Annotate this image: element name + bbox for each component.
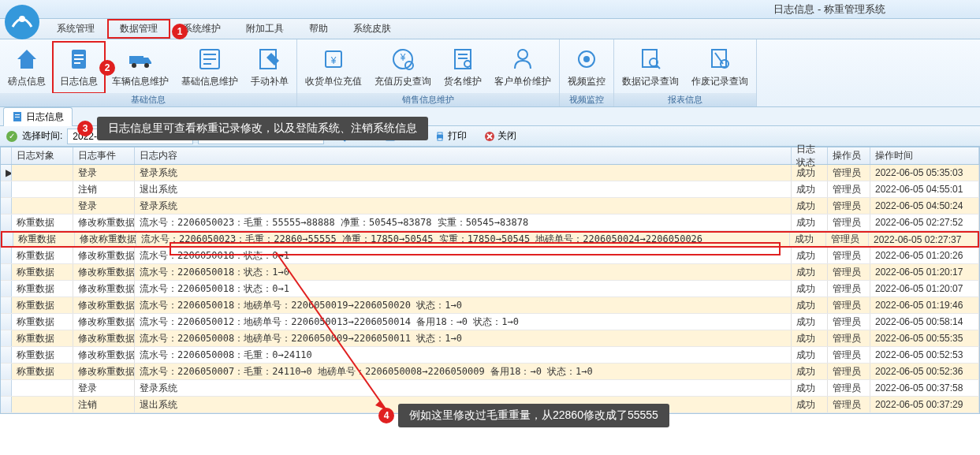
svg-point-25	[583, 56, 590, 62]
menu-addon-tools[interactable]: 附加工具	[233, 19, 296, 39]
cell-event: 修改称重数据	[73, 214, 135, 230]
cell-event: 修改称重数据	[75, 233, 136, 246]
table-row[interactable]: 称重数据修改称重数据流水号：2206050023：毛重：55555→88888 …	[1, 214, 979, 231]
table-row[interactable]: 登录登录系统成功管理员2022-06-05 00:37:58	[1, 380, 979, 397]
cell-time: 2022-06-05 00:37:58	[870, 380, 979, 396]
th-operator[interactable]: 操作员	[828, 147, 870, 164]
cell-event: 登录	[73, 380, 135, 396]
cell-status: 成功	[792, 214, 828, 230]
ribbon-toolbar: 磅点信息 日志信息 车辆信息维护 基础信息维护 手动补单 基础信息 ¥ 收货单位…	[0, 39, 980, 107]
group-label-basic: 基础信息	[0, 93, 296, 106]
btn-close[interactable]: 关闭	[478, 128, 523, 144]
table-row[interactable]: 称重数据修改称重数据流水号：2206050008：地磅单号：2206050009…	[1, 330, 979, 347]
menu-help[interactable]: 帮助	[296, 19, 341, 39]
menu-system-mgmt[interactable]: 系统管理	[44, 19, 107, 39]
svg-rect-12	[203, 63, 211, 65]
print-icon	[434, 131, 445, 142]
tool-goods-maint[interactable]: 货名维护	[438, 41, 488, 94]
th-time[interactable]: 操作时间	[870, 147, 979, 164]
row-marker	[1, 330, 12, 346]
svg-line-28	[657, 65, 660, 69]
cell-status: 成功	[792, 198, 828, 214]
cell-operator: 管理员	[828, 330, 870, 346]
tool-customer-price[interactable]: 客户单价维护	[488, 41, 557, 94]
table-row[interactable]: 称重数据修改称重数据流水号：2206050008：毛重：0→24110成功管理员…	[1, 347, 979, 364]
cell-status: 成功	[792, 314, 828, 330]
cell-time: 2022-06-05 01:20:17	[870, 264, 979, 280]
svg-point-8	[144, 63, 149, 68]
svg-rect-33	[15, 114, 20, 115]
cell-object	[12, 165, 73, 181]
btn-print[interactable]: 打印	[428, 128, 473, 144]
money-icon: ¥	[321, 47, 346, 72]
cell-time: 2022-06-05 05:35:03	[870, 165, 979, 181]
tool-vehicle-maint[interactable]: 车辆信息维护	[106, 41, 175, 94]
doc-icon	[12, 111, 23, 122]
cell-operator: 管理员	[826, 233, 869, 246]
tool-recharge-history[interactable]: ¥ 充值历史查询	[368, 41, 438, 94]
tool-video-monitor[interactable]: 视频监控	[561, 41, 612, 94]
menu-data-mgmt[interactable]: 数据管理	[107, 19, 170, 39]
cell-operator: 管理员	[828, 364, 870, 379]
row-marker	[1, 397, 12, 412]
cell-object	[12, 380, 73, 396]
th-object[interactable]: 日志对象	[12, 147, 73, 164]
table-row[interactable]: 称重数据修改称重数据流水号：2206050018：状态：1→0成功管理员2022…	[1, 264, 979, 281]
tab-label: 日志信息	[26, 110, 64, 124]
callout-4: 4	[378, 408, 394, 423]
cell-content: 流水号：2206050023：毛重：55555→88888 净重：50545→8…	[135, 214, 792, 230]
cell-operator: 管理员	[828, 314, 870, 330]
tool-basic-maint[interactable]: 基础信息维护	[175, 41, 244, 94]
home-icon	[14, 47, 39, 72]
cell-time: 2022-06-05 00:37:29	[870, 397, 979, 412]
tool-manual-order[interactable]: 手动补单	[244, 41, 295, 94]
menubar: 系统管理 数据管理 系统维护 附加工具 帮助 系统皮肤	[0, 19, 980, 39]
cell-operator: 管理员	[828, 248, 870, 263]
table-row[interactable]: 称重数据修改称重数据流水号：2206050012：地磅单号：2206050013…	[1, 314, 979, 330]
tool-pound-info[interactable]: 磅点信息	[2, 41, 52, 94]
cell-event: 修改称重数据	[73, 248, 135, 263]
cell-object: 称重数据	[12, 281, 73, 296]
tool-data-query[interactable]: 数据记录查询	[616, 41, 685, 94]
tab-log-info[interactable]: 日志信息	[3, 107, 73, 126]
table-row[interactable]: 称重数据修改称重数据流水号：2206050018：地磅单号：2206050019…	[1, 297, 979, 314]
cell-event: 登录	[73, 165, 135, 181]
table-row[interactable]: ▶登录登录系统成功管理员2022-06-05 05:35:03	[1, 165, 979, 181]
window-title: 日志信息 - 称重管理系统	[773, 2, 885, 17]
svg-rect-5	[74, 62, 80, 64]
table-row[interactable]: 称重数据修改称重数据流水号：2206050018：状态：0→1成功管理员2022…	[1, 281, 979, 297]
svg-point-23	[518, 50, 527, 59]
table-row[interactable]: 称重数据修改称重数据流水号：2206050007：毛重：24110→0 地磅单号…	[1, 364, 979, 380]
group-label-video: 视频监控	[560, 93, 613, 106]
th-status[interactable]: 日志状态	[792, 147, 828, 164]
cell-event: 修改称重数据	[73, 264, 135, 280]
tool-log-info[interactable]: 日志信息	[52, 41, 106, 94]
cell-status: 成功	[792, 281, 828, 296]
cell-operator: 管理员	[828, 297, 870, 313]
svg-rect-3	[74, 54, 84, 56]
svg-point-1	[19, 16, 25, 22]
cell-time: 2022-06-05 00:52:36	[870, 364, 979, 379]
menu-skin[interactable]: 系统皮肤	[341, 19, 404, 39]
cell-object: 称重数据	[12, 347, 73, 363]
log-table: 日志对象 日志事件 日志内容 日志状态 操作员 操作时间 ▶登录登录系统成功管理…	[0, 147, 980, 414]
cell-operator: 管理员	[828, 380, 870, 396]
tool-recharge[interactable]: ¥ 收货单位充值	[299, 41, 368, 94]
cell-time: 2022-06-05 01:20:07	[870, 281, 979, 296]
th-content[interactable]: 日志内容	[135, 147, 792, 164]
cell-time: 2022-06-05 01:19:46	[870, 297, 979, 313]
cell-object	[12, 198, 73, 214]
table-row[interactable]: 登录登录系统成功管理员2022-06-05 04:50:24	[1, 198, 979, 214]
row-marker	[1, 281, 12, 296]
table-row[interactable]: 称重数据修改称重数据流水号：2206050023：毛重：22860→55555 …	[1, 231, 979, 248]
th-event[interactable]: 日志事件	[73, 147, 135, 164]
table-row[interactable]: 称重数据修改称重数据流水号：2206050018：状态：0→1成功管理员2022…	[1, 248, 979, 264]
cell-object: 称重数据	[12, 330, 73, 346]
tool-void-query[interactable]: 作废记录查询	[685, 41, 755, 94]
row-marker	[1, 314, 12, 330]
cell-object: 称重数据	[12, 314, 73, 330]
cell-operator: 管理员	[828, 281, 870, 296]
svg-rect-40	[438, 138, 442, 140]
table-row[interactable]: 注销退出系统成功管理员2022-06-05 04:55:01	[1, 181, 979, 198]
svg-point-22	[464, 61, 471, 67]
